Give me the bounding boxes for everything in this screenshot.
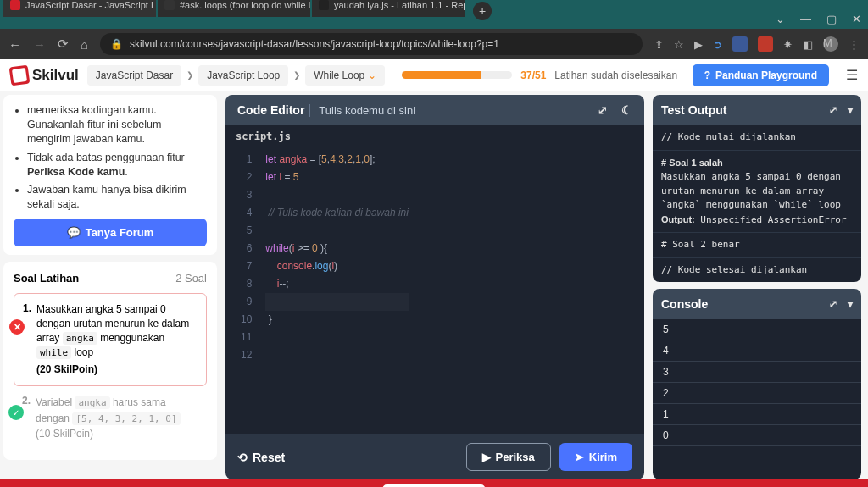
soal-item-2: ✓ 2. Variabel angka harus sama dengan [5… — [14, 395, 207, 450]
refresh-icon: ⟲ — [237, 451, 248, 464]
browser-tab-1[interactable]: #ask. loops (foor loop do while l × — [158, 0, 310, 17]
code-lines[interactable]: let angka = [5,4,3,2,1,0]; let i = 5 // … — [262, 147, 412, 434]
minimize-icon[interactable]: — — [800, 13, 811, 25]
tip-item: memeriksa kodingan kamu. Gunakanlah fitu… — [27, 103, 207, 147]
help-icon: ? — [704, 69, 710, 81]
breadcrumb-item[interactable]: JavaScript Loop — [198, 65, 288, 86]
console-line: 0 — [653, 425, 861, 446]
bottom-nav: ❮ For/Of Loop 🗎 Lihat Materi Do While Lo… — [0, 479, 868, 487]
expand-icon[interactable]: ⤢ — [598, 103, 608, 117]
console-line: 5 — [653, 319, 861, 340]
maximize-icon[interactable]: ▢ — [826, 13, 837, 25]
test-output-line: // Kode selesai dijalankan — [653, 258, 861, 283]
lihat-materi-button[interactable]: 🗎 Lihat Materi — [382, 484, 485, 488]
forum-button[interactable]: 💬 Tanya Forum — [14, 219, 207, 246]
editor-subtitle: Tulis kodemu di sini — [309, 104, 415, 117]
breadcrumb: JavaScript Dasar ❯ JavaScript Loop ❯ Whi… — [87, 65, 385, 86]
chevron-down-icon[interactable]: ▾ — [848, 104, 853, 116]
ext-icon[interactable] — [732, 36, 748, 52]
breadcrumb-item-dropdown[interactable]: While Loop ⌄ — [305, 65, 385, 86]
editor-title: Code Editor — [237, 103, 304, 117]
file-tab[interactable]: script.js — [225, 125, 644, 147]
expand-icon[interactable]: ⤢ — [829, 104, 837, 116]
console-body: 5 4 3 2 1 0 — [653, 319, 861, 479]
panduan-button[interactable]: ? Panduan Playground — [693, 64, 829, 86]
chevron-right-icon: ❯ — [293, 70, 300, 80]
code-area[interactable]: 123456789101112 let angka = [5,4,3,2,1,0… — [225, 147, 644, 434]
new-tab-button[interactable]: + — [473, 2, 492, 20]
extensions-icon[interactable]: ✷ — [783, 38, 793, 51]
editor-header: Code Editor Tulis kodemu di sini ⤢ ☾ — [225, 95, 644, 125]
ext-icon[interactable]: ◧ — [803, 38, 813, 51]
code-editor-panel: Code Editor Tulis kodemu di sini ⤢ ☾ scr… — [225, 95, 644, 479]
tab-title: yaudah iya.js - Latihan 1.1 - Rep — [334, 0, 465, 10]
reload-icon[interactable]: ⟳ — [58, 36, 69, 52]
line-icon[interactable]: ⌄ — [776, 13, 785, 25]
forward-icon[interactable]: → — [33, 37, 46, 52]
chat-icon: 💬 — [67, 226, 81, 239]
share-icon[interactable]: ⇪ — [654, 38, 664, 51]
favicon-icon — [164, 0, 175, 10]
chevron-down-icon: ⌄ — [368, 69, 376, 81]
periksa-button[interactable]: ▶ Periksa — [466, 443, 551, 471]
logo-icon — [9, 64, 31, 86]
menu-icon[interactable]: ⋮ — [849, 38, 860, 51]
theme-icon[interactable]: ☾ — [621, 103, 632, 117]
logo[interactable]: Skilvul — [10, 66, 79, 85]
site-header: Skilvul JavaScript Dasar ❯ JavaScript Lo… — [0, 59, 868, 91]
logo-text: Skilvul — [32, 67, 79, 84]
chevron-right-icon: ❯ — [186, 70, 193, 80]
reset-button[interactable]: ⟲ Reset — [237, 451, 285, 464]
soal-item-1: ✕ 1. Masukkan angka 5 sampai 0 dengan ur… — [14, 293, 207, 386]
home-icon[interactable]: ⌂ — [81, 37, 88, 52]
console-line: 1 — [653, 404, 861, 425]
profile-icon[interactable]: M — [823, 36, 838, 52]
url-input[interactable]: 🔒 skilvul.com/courses/javascript-dasar/l… — [100, 33, 643, 55]
browser-tab-0[interactable]: JavaScript Dasar - JavaScript Loo × — [3, 0, 156, 17]
hamburger-icon[interactable]: ☰ — [846, 67, 858, 83]
tab-title: #ask. loops (foor loop do while l — [180, 0, 310, 10]
ext-icon[interactable]: ▶ — [694, 38, 703, 51]
url-text: skilvul.com/courses/javascript-dasar/les… — [130, 38, 499, 50]
kirim-button[interactable]: ➤ Kirim — [559, 443, 632, 471]
chevron-down-icon[interactable]: ▾ — [848, 298, 853, 310]
tip-item: Tidak ada batas penggunaan fitur Periksa… — [27, 151, 207, 180]
progress-text: 37/51 — [520, 69, 546, 81]
editor-footer: ⟲ Reset ▶ Periksa ➤ Kirim — [225, 434, 644, 479]
star-icon[interactable]: ☆ — [674, 38, 684, 51]
lock-icon: 🔒 — [110, 38, 123, 50]
window-controls: ⌄ — ▢ ✕ — [776, 13, 868, 25]
progress-label: Latihan sudah diselesaikan — [554, 69, 677, 81]
instructions-panel: memeriksa kodingan kamu. Gunakanlah fitu… — [3, 95, 217, 479]
address-bar: ← → ⟳ ⌂ 🔒 skilvul.com/courses/javascript… — [0, 29, 868, 59]
soal-title: Soal Latihan — [14, 272, 79, 285]
output-panel: Test Output ⤢ ▾ // Kode mulai dijalankan… — [653, 95, 861, 479]
ext-icon[interactable]: ➲ — [713, 38, 722, 51]
console-header: Console ⤢ ▾ — [653, 289, 861, 319]
console-line: 2 — [653, 383, 861, 404]
progress-bar — [402, 71, 512, 79]
browser-tab-2[interactable]: yaudah iya.js - Latihan 1.1 - Rep × — [312, 0, 465, 17]
send-icon: ➤ — [575, 451, 584, 463]
line-gutter: 123456789101112 — [225, 147, 262, 434]
tab-title: JavaScript Dasar - JavaScript Loo — [25, 0, 156, 10]
test-output-header: Test Output ⤢ ▾ — [653, 95, 861, 125]
soal-count: 2 Soal — [175, 272, 207, 285]
soal-card: Soal Latihan 2 Soal ✕ 1. Masukkan angka … — [3, 262, 217, 460]
tab-bar: JavaScript Dasar - JavaScript Loo × #ask… — [0, 17, 868, 29]
check-icon: ✓ — [8, 405, 24, 420]
tip-item: Jawaban kamu hanya bisa dikirim sekali s… — [27, 183, 207, 212]
favicon-icon — [319, 0, 329, 10]
test-output-line: # Soal 2 benar — [653, 233, 861, 258]
console-line: 3 — [653, 362, 861, 383]
close-window-icon[interactable]: ✕ — [852, 13, 861, 25]
test-output-line: // Kode mulai dijalankan — [653, 125, 861, 151]
ext-icon[interactable] — [758, 36, 773, 52]
favicon-icon — [10, 0, 20, 10]
back-icon[interactable]: ← — [8, 37, 21, 52]
error-icon: ✕ — [9, 319, 25, 335]
breadcrumb-item[interactable]: JavaScript Dasar — [87, 65, 181, 86]
console-line: 4 — [653, 340, 861, 362]
play-icon: ▶ — [482, 451, 491, 463]
expand-icon[interactable]: ⤢ — [829, 298, 837, 310]
